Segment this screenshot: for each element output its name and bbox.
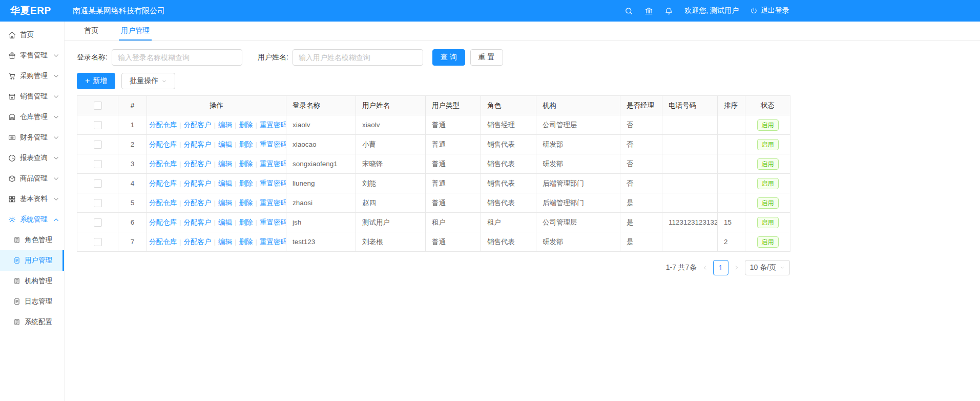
sidebar-subitem[interactable]: 角色管理 (0, 230, 64, 250)
assign-warehouse-link[interactable]: 分配仓库 (149, 218, 177, 226)
cell-user-name: 宋晓锋 (356, 154, 426, 174)
edit-link[interactable]: 编辑 (218, 218, 232, 226)
delete-link[interactable]: 删除 (239, 238, 253, 246)
cell-is-manager: 是 (620, 232, 662, 252)
sidebar-item[interactable]: 系统管理 (0, 209, 64, 230)
operation-separator: | (179, 179, 181, 187)
edit-link[interactable]: 编辑 (218, 141, 232, 148)
sidebar-subitem[interactable]: 用户管理 (0, 250, 64, 271)
sidebar-item[interactable]: 报表查询 (0, 148, 64, 168)
sidebar-item[interactable]: 商品管理 (0, 168, 64, 189)
page-size-select[interactable]: 10 条/页 (745, 260, 790, 275)
reset-button[interactable]: 重 置 (470, 49, 503, 66)
cell-role: 租户 (481, 213, 536, 232)
cell-row-number: 4 (118, 174, 147, 193)
select-all-checkbox[interactable] (94, 102, 102, 110)
assign-warehouse-link[interactable]: 分配仓库 (149, 160, 177, 168)
assign-customer-link[interactable]: 分配客户 (184, 179, 212, 187)
row-checkbox-cell (77, 115, 118, 135)
edit-link[interactable]: 编辑 (218, 238, 232, 246)
assign-warehouse-link[interactable]: 分配仓库 (149, 199, 177, 207)
reset-password-link[interactable]: 重置密码 (260, 218, 286, 226)
search-icon[interactable] (624, 7, 633, 15)
batch-operations-button[interactable]: 批量操作 (121, 73, 175, 89)
edit-link[interactable]: 编辑 (218, 199, 232, 207)
assign-warehouse-link[interactable]: 分配仓库 (149, 121, 177, 129)
bell-icon[interactable] (664, 7, 673, 15)
delete-link[interactable]: 删除 (239, 141, 253, 148)
row-checkbox[interactable] (94, 141, 102, 149)
sidebar-subitem-label: 日志管理 (25, 297, 62, 306)
delete-link[interactable]: 删除 (239, 121, 253, 129)
assign-warehouse-link[interactable]: 分配仓库 (149, 238, 177, 246)
status-badge: 启用 (757, 217, 779, 228)
operation-separator: | (214, 218, 216, 226)
add-button[interactable]: + 新增 (77, 73, 115, 89)
row-checkbox[interactable] (94, 199, 102, 207)
prev-page-button[interactable] (702, 265, 708, 271)
platform-icon[interactable] (644, 7, 653, 15)
sidebar-subitem[interactable]: 系统配置 (0, 312, 64, 332)
reset-password-link[interactable]: 重置密码 (260, 160, 286, 168)
delete-link[interactable]: 删除 (239, 179, 253, 187)
cell-phone (662, 135, 718, 154)
sidebar-item[interactable]: 首页 (0, 25, 64, 45)
row-checkbox[interactable] (94, 218, 102, 227)
tab-active[interactable]: 用户管理 (119, 22, 152, 41)
delete-link[interactable]: 删除 (239, 218, 253, 226)
product-icon (8, 175, 16, 183)
tab-item[interactable]: 首页 (82, 22, 100, 41)
current-page-button[interactable]: 1 (713, 260, 728, 275)
sidebar-item-label: 基本资料 (20, 194, 52, 204)
assign-customer-link[interactable]: 分配客户 (184, 160, 212, 168)
reset-password-link[interactable]: 重置密码 (260, 141, 286, 148)
cell-sort (718, 115, 745, 135)
reset-password-link[interactable]: 重置密码 (260, 121, 286, 129)
next-page-button[interactable] (734, 265, 740, 271)
sidebar-item[interactable]: 仓库管理 (0, 107, 64, 127)
cell-user-type: 租户 (426, 213, 481, 232)
plus-icon: + (85, 77, 90, 85)
column-header: 是否经理 (620, 96, 662, 115)
cell-operations: 分配仓库|分配客户|编辑|删除|重置密码 (147, 115, 286, 135)
assign-customer-link[interactable]: 分配客户 (184, 121, 212, 129)
row-checkbox[interactable] (94, 238, 102, 246)
sidebar-subitem[interactable]: 机构管理 (0, 271, 64, 291)
row-checkbox-cell (77, 232, 118, 252)
assign-customer-link[interactable]: 分配客户 (184, 238, 212, 246)
reset-password-link[interactable]: 重置密码 (260, 179, 286, 187)
sidebar-item[interactable]: 财务管理 (0, 127, 64, 148)
assign-customer-link[interactable]: 分配客户 (184, 218, 212, 226)
sidebar-item[interactable]: 基本资料 (0, 189, 64, 209)
company-name: 南通某某网络科技有限公司 (73, 6, 165, 16)
assign-warehouse-link[interactable]: 分配仓库 (149, 141, 177, 148)
edit-link[interactable]: 编辑 (218, 160, 232, 168)
assign-customer-link[interactable]: 分配客户 (184, 199, 212, 207)
sidebar-subitem[interactable]: 日志管理 (0, 291, 64, 312)
delete-link[interactable]: 删除 (239, 160, 253, 168)
user-name-input[interactable] (293, 49, 423, 66)
edit-link[interactable]: 编辑 (218, 121, 232, 129)
cell-org: 研发部 (536, 135, 620, 154)
reset-password-link[interactable]: 重置密码 (260, 199, 286, 207)
cell-status: 启用 (745, 154, 790, 174)
delete-link[interactable]: 删除 (239, 199, 253, 207)
status-badge: 启用 (757, 178, 779, 189)
row-checkbox[interactable] (94, 121, 102, 129)
row-checkbox[interactable] (94, 179, 102, 188)
query-button[interactable]: 查 询 (432, 49, 465, 66)
sidebar-item[interactable]: 销售管理 (0, 86, 64, 107)
assign-warehouse-link[interactable]: 分配仓库 (149, 179, 177, 187)
sidebar-item[interactable]: 采购管理 (0, 66, 64, 86)
sidebar-item-label: 零售管理 (20, 51, 52, 60)
row-checkbox[interactable] (94, 160, 102, 168)
logout-button[interactable]: 退出登录 (750, 6, 789, 15)
reset-password-link[interactable]: 重置密码 (260, 238, 286, 246)
column-header: # (118, 96, 147, 115)
login-name-input[interactable] (112, 49, 242, 66)
sidebar-item[interactable]: 零售管理 (0, 45, 64, 66)
cell-org: 研发部 (536, 232, 620, 252)
cell-login-name: liuneng (286, 174, 356, 193)
edit-link[interactable]: 编辑 (218, 179, 232, 187)
assign-customer-link[interactable]: 分配客户 (184, 141, 212, 148)
